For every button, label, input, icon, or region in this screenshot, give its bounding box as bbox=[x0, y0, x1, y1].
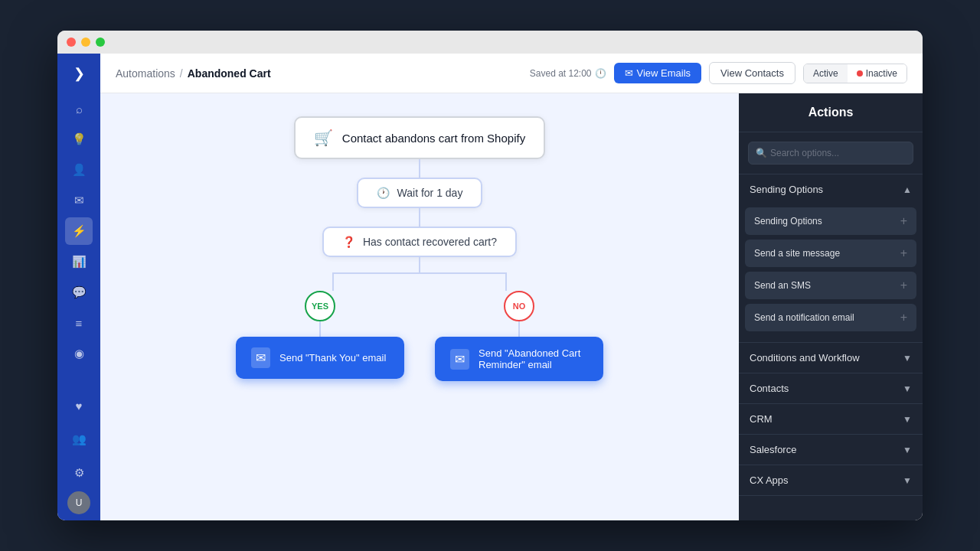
contacts-icon[interactable]: 👤 bbox=[65, 156, 93, 184]
plus-icon: + bbox=[900, 279, 907, 292]
inactive-dot bbox=[857, 70, 863, 77]
integrations-icon[interactable]: ◉ bbox=[65, 340, 93, 367]
plus-icon: + bbox=[900, 311, 907, 324]
no-email-label: Send "Abandoned Cart Reminder" email bbox=[479, 347, 588, 370]
crm-section: CRM ▼ bbox=[739, 404, 923, 435]
sidebar: ❯ ⌕ 💡 👤 ✉ ⚡ 📊 💬 ≡ ◉ ♥ 👥 ⚙ U bbox=[57, 54, 100, 520]
reports-icon[interactable]: 📊 bbox=[65, 248, 93, 276]
trigger-node[interactable]: 🛒 Contact abandons cart from Shopify bbox=[294, 116, 545, 159]
no-badge: NO bbox=[504, 291, 534, 321]
connector-2 bbox=[419, 208, 420, 227]
sending-options-label: Sending Options bbox=[750, 184, 823, 195]
search-input[interactable] bbox=[748, 142, 913, 165]
email-no-icon: ✉ bbox=[450, 349, 469, 370]
wait-label: Wait for 1 day bbox=[397, 187, 463, 199]
email-button-icon: ✉ bbox=[625, 67, 633, 79]
branch-area: YES ✉ Send "Thank You" email NO bbox=[100, 257, 739, 381]
condition-node[interactable]: ❓ Has contact recovered cart? bbox=[322, 227, 517, 257]
cart-icon: 🛒 bbox=[314, 129, 333, 147]
no-connector bbox=[518, 321, 520, 337]
yes-connector bbox=[319, 321, 321, 337]
sending-options-header[interactable]: Sending Options ▲ bbox=[739, 174, 923, 204]
salesforce-section: Salesforce ▼ bbox=[739, 435, 923, 465]
settings-icon[interactable]: ⚙ bbox=[65, 459, 93, 487]
conditions-section: Conditions and Workflow ▼ bbox=[739, 343, 923, 373]
breadcrumb-parent[interactable]: Automations bbox=[116, 67, 175, 80]
lightbulb-icon[interactable]: 💡 bbox=[65, 126, 93, 153]
email-yes-icon: ✉ bbox=[251, 347, 270, 368]
no-email-node[interactable]: ✉ Send "Abandoned Cart Reminder" email bbox=[435, 337, 603, 381]
yes-badge: YES bbox=[305, 291, 335, 321]
sms-item[interactable]: Send an SMS + bbox=[745, 272, 916, 299]
search-icon: 🔍 bbox=[756, 148, 767, 158]
sending-options-item[interactable]: Sending Options + bbox=[745, 207, 916, 235]
trigger-label: Contact abandons cart from Shopify bbox=[342, 132, 525, 145]
salesforce-header[interactable]: Salesforce ▼ bbox=[739, 435, 923, 465]
notification-email-item[interactable]: Send a notification email + bbox=[745, 304, 916, 331]
conditions-label: Conditions and Workflow bbox=[750, 352, 860, 364]
contacts-label: Contacts bbox=[750, 383, 789, 394]
email-nav-icon[interactable]: ✉ bbox=[65, 187, 93, 214]
close-button[interactable] bbox=[67, 37, 76, 47]
clock-icon: 🕛 bbox=[595, 68, 606, 79]
clock-wait-icon: 🕐 bbox=[377, 187, 390, 199]
cx-apps-section: CX Apps ▼ bbox=[739, 465, 923, 496]
maximize-button[interactable] bbox=[96, 37, 105, 47]
cx-apps-label: CX Apps bbox=[750, 474, 789, 486]
chevron-down-icon: ▼ bbox=[903, 414, 912, 425]
site-message-item[interactable]: Send a site message + bbox=[745, 240, 916, 267]
sending-options-section: Sending Options ▲ Sending Options + Send… bbox=[739, 174, 923, 343]
plus-icon: + bbox=[900, 246, 907, 260]
crm-header[interactable]: CRM ▼ bbox=[739, 404, 923, 434]
cx-apps-header[interactable]: CX Apps ▼ bbox=[739, 465, 923, 495]
heart-icon[interactable]: ♥ bbox=[65, 392, 93, 419]
breadcrumb-separator: / bbox=[180, 67, 183, 80]
sidebar-toggle[interactable]: ❯ bbox=[65, 60, 93, 87]
list-icon[interactable]: ≡ bbox=[65, 309, 93, 337]
yes-branch: YES ✉ Send "Thank You" email bbox=[236, 291, 404, 379]
view-contacts-button[interactable]: View Contacts bbox=[709, 62, 795, 84]
minimize-button[interactable] bbox=[81, 37, 90, 47]
inactive-status-button[interactable]: Inactive bbox=[848, 64, 906, 83]
title-bar bbox=[57, 31, 923, 54]
yes-email-label: Send "Thank You" email bbox=[279, 352, 386, 364]
chevron-down-icon: ▼ bbox=[903, 475, 912, 486]
contacts-section: Contacts ▼ bbox=[739, 373, 923, 404]
view-emails-button[interactable]: ✉ View Emails bbox=[614, 63, 702, 83]
breadcrumb-current: Abandoned Cart bbox=[188, 67, 271, 80]
team-icon[interactable]: 👥 bbox=[65, 425, 93, 453]
panel-title: Actions bbox=[739, 93, 923, 132]
search-area: 🔍 bbox=[739, 132, 923, 174]
top-bar: Automations / Abandoned Cart Saved at 12… bbox=[100, 54, 923, 93]
no-branch: NO ✉ Send "Abandoned Cart Reminder" emai… bbox=[435, 291, 603, 381]
automations-icon[interactable]: ⚡ bbox=[65, 217, 93, 245]
avatar[interactable]: U bbox=[67, 491, 90, 514]
question-icon: ❓ bbox=[342, 236, 355, 248]
saved-at: Saved at 12:00 🕛 bbox=[530, 68, 606, 79]
yes-email-node[interactable]: ✉ Send "Thank You" email bbox=[236, 337, 404, 379]
status-group: Active Inactive bbox=[803, 64, 907, 83]
chevron-down-icon: ▼ bbox=[903, 445, 912, 455]
crm-label: CRM bbox=[750, 413, 773, 425]
search-icon[interactable]: ⌕ bbox=[65, 95, 93, 122]
connector-1 bbox=[419, 159, 420, 178]
active-status-button[interactable]: Active bbox=[804, 64, 848, 83]
messages-icon[interactable]: 💬 bbox=[65, 279, 93, 306]
actions-panel: Actions 🔍 Sending Options ▲ bbox=[739, 93, 923, 520]
sending-options-items: Sending Options + Send a site message + … bbox=[739, 204, 923, 342]
plus-icon: + bbox=[900, 214, 907, 228]
chevron-down-icon: ▼ bbox=[903, 383, 912, 394]
conditions-header[interactable]: Conditions and Workflow ▼ bbox=[739, 343, 923, 373]
chevron-up-icon: ▲ bbox=[903, 184, 912, 195]
workflow-canvas[interactable]: 🛒 Contact abandons cart from Shopify 🕐 W… bbox=[100, 93, 739, 520]
salesforce-label: Salesforce bbox=[750, 444, 796, 455]
breadcrumb: Automations / Abandoned Cart bbox=[116, 67, 271, 80]
condition-label: Has contact recovered cart? bbox=[363, 236, 497, 248]
contacts-header[interactable]: Contacts ▼ bbox=[739, 373, 923, 403]
chevron-down-icon: ▼ bbox=[903, 353, 912, 364]
wait-node[interactable]: 🕐 Wait for 1 day bbox=[357, 178, 483, 208]
